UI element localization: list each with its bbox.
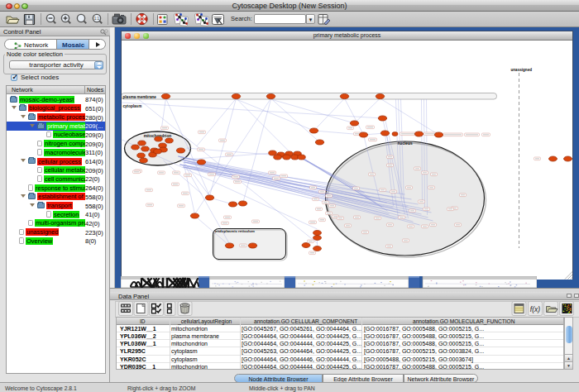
- svg-text:endoplasmic reticulum: endoplasmic reticulum: [215, 229, 255, 233]
- svg-text:unassigned: unassigned: [511, 68, 533, 72]
- svg-text:1:1: 1:1: [94, 17, 100, 21]
- svg-text:f(x): f(x): [530, 305, 540, 313]
- svg-text:plasma membrane: plasma membrane: [123, 94, 157, 98]
- svg-text:cytoplasm: cytoplasm: [123, 103, 142, 108]
